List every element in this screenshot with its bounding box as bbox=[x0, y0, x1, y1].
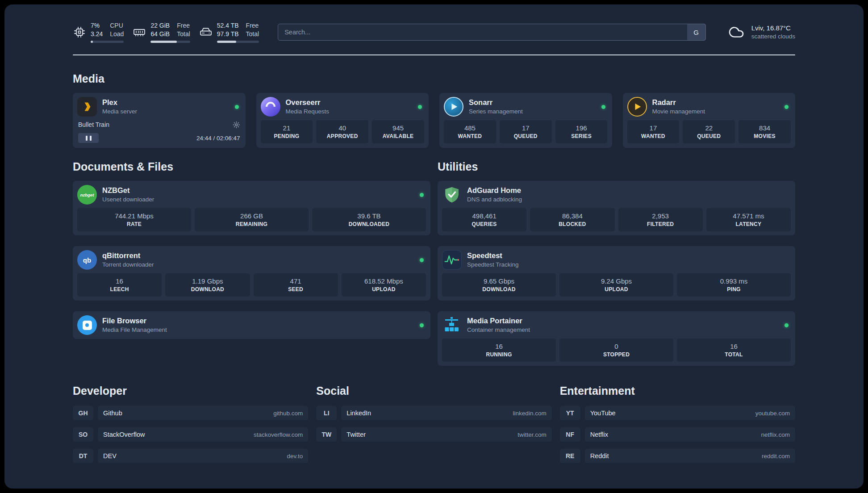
stat-label: APPROVED bbox=[327, 133, 358, 139]
status-dot bbox=[235, 105, 239, 109]
service-card-filebrowser[interactable]: File Browser Media File Management bbox=[73, 311, 430, 339]
service-card-qbittorrent[interactable]: qb qBittorrent Torrent downloader 16LEEC… bbox=[73, 246, 430, 301]
stat-queries: 498,461QUERIES bbox=[442, 208, 526, 231]
stat-value: 21 bbox=[283, 124, 291, 132]
bookmark-name: Reddit bbox=[590, 452, 609, 460]
service-header: nzbget NZBGet Usenet downloader bbox=[77, 185, 426, 205]
search-engine-button[interactable]: G bbox=[687, 24, 706, 41]
stat-label: WANTED bbox=[458, 133, 482, 139]
bookmark-name: Twitter bbox=[346, 431, 366, 438]
stat-remaining: 266 GBREMAINING bbox=[195, 208, 309, 231]
bookmark-youtube[interactable]: YT YouTubeyoutube.com bbox=[560, 406, 795, 420]
bookmark-dev[interactable]: DT DEVdev.to bbox=[73, 449, 308, 463]
memory-usage-fill bbox=[150, 41, 176, 43]
service-card-plex[interactable]: Plex Media server Bullet Train bbox=[73, 93, 246, 148]
disk-usage-bar bbox=[217, 41, 259, 43]
service-card-speedtest[interactable]: Speedtest Speedtest Tracking 9.65 GbpsDO… bbox=[438, 246, 795, 301]
stat-pending: 21PENDING bbox=[261, 120, 313, 143]
bookmark-github[interactable]: GH Githubgithub.com bbox=[73, 406, 308, 420]
service-card-portainer[interactable]: Media Portainer Container management 16R… bbox=[438, 311, 795, 366]
portainer-icon bbox=[442, 315, 462, 335]
stat-label: RATE bbox=[127, 221, 142, 227]
memory-icon bbox=[133, 25, 146, 39]
service-subtitle: DNS and adblocking bbox=[467, 196, 522, 204]
pause-button[interactable] bbox=[78, 133, 99, 143]
stat-label: DOWNLOADED bbox=[349, 221, 390, 227]
bookmark-url: linkedin.com bbox=[513, 410, 547, 417]
stat-label: PING bbox=[727, 286, 741, 292]
stat-label: LATENCY bbox=[735, 221, 761, 227]
stat-latency: 47.571 msLATENCY bbox=[706, 208, 791, 231]
stat-download: 9.65 GbpsDOWNLOAD bbox=[442, 273, 556, 297]
bookmark-abbr: DT bbox=[73, 449, 93, 463]
bookmark-twitter[interactable]: TW Twittertwitter.com bbox=[316, 427, 551, 442]
bookmark-group-title: Social bbox=[316, 384, 551, 398]
service-name: Overseerr bbox=[286, 98, 330, 107]
service-stats: 17WANTED 22QUEUED 834MOVIES bbox=[627, 120, 791, 143]
stat-value: 17 bbox=[650, 124, 657, 132]
search-input[interactable] bbox=[278, 24, 706, 41]
bookmark-netflix[interactable]: NF Netflixnetflix.com bbox=[560, 427, 795, 442]
service-card-adguard[interactable]: AdGuard Home DNS and adblocking 498,461Q… bbox=[438, 181, 795, 235]
stat-label: FILTERED bbox=[647, 221, 674, 227]
service-header: Overseerr Media Requests bbox=[261, 97, 425, 117]
bookmark-stackoverflow[interactable]: SO StackOverflowstackoverflow.com bbox=[73, 427, 308, 442]
nzbget-icon-label: nzbget bbox=[80, 192, 94, 197]
stat-value: 16 bbox=[730, 343, 738, 350]
stat-value: 0 bbox=[614, 343, 618, 350]
now-playing-title: Bullet Train bbox=[78, 121, 109, 128]
status-dot bbox=[785, 105, 789, 109]
service-name: Plex bbox=[102, 98, 137, 107]
nzbget-icon: nzbget bbox=[77, 185, 97, 205]
stat-total: 16TOTAL bbox=[677, 338, 791, 362]
stat-seed: 471SEED bbox=[254, 273, 338, 297]
service-header: Media Portainer Container management bbox=[442, 315, 791, 335]
stat-value: 471 bbox=[290, 277, 301, 285]
service-card-nzbget[interactable]: nzbget NZBGet Usenet downloader 744.21 M… bbox=[73, 181, 430, 235]
service-card-radarr[interactable]: Radarr Movie management 17WANTED 22QUEUE… bbox=[623, 93, 796, 148]
stat-running: 16RUNNING bbox=[442, 338, 556, 362]
stat-downloaded: 39.6 TBDOWNLOADED bbox=[312, 208, 426, 231]
stat-label: RUNNING bbox=[486, 351, 512, 358]
status-dot bbox=[420, 258, 424, 262]
service-name: File Browser bbox=[102, 316, 167, 326]
cpu-icon bbox=[73, 25, 86, 39]
stat-label: TOTAL bbox=[725, 351, 743, 358]
stat-value: 9.65 Gbps bbox=[484, 277, 514, 285]
bookmark-name: LinkedIn bbox=[346, 409, 371, 417]
stat-value: 86,384 bbox=[562, 212, 583, 220]
stat-download: 1.19 GbpsDOWNLOAD bbox=[165, 273, 250, 297]
bookmark-linkedin[interactable]: LI LinkedInlinkedin.com bbox=[316, 406, 551, 420]
bookmark-group-developer: Developer GH Githubgithub.com SO StackOv… bbox=[73, 384, 308, 463]
service-subtitle: Movie management bbox=[652, 108, 705, 116]
stat-queued: 17QUEUED bbox=[500, 120, 552, 143]
stat-label: QUERIES bbox=[472, 221, 497, 227]
service-subtitle: Media File Management bbox=[102, 326, 167, 334]
stat-label: REMAINING bbox=[236, 221, 267, 227]
service-card-overseerr[interactable]: Overseerr Media Requests 21PENDING 40APP… bbox=[256, 93, 429, 148]
stat-filtered: 2,953FILTERED bbox=[618, 208, 703, 231]
adguard-icon bbox=[442, 185, 462, 205]
bookmark-group-title: Developer bbox=[73, 384, 308, 398]
service-stats: 16LEECH 1.19 GbpsDOWNLOAD 471SEED 618.52… bbox=[77, 273, 426, 297]
stat-label: STOPPED bbox=[603, 351, 630, 358]
disk-free: 52.4 TB bbox=[217, 21, 239, 30]
stat-movies: 834MOVIES bbox=[739, 120, 791, 143]
service-header: Plex Media server bbox=[77, 97, 241, 117]
stat-label: AVAILABLE bbox=[383, 133, 414, 139]
bookmark-reddit[interactable]: RE Redditreddit.com bbox=[560, 449, 795, 463]
service-card-sonarr[interactable]: Sonarr Series management 485WANTED 17QUE… bbox=[439, 93, 612, 148]
service-subtitle: Speedtest Tracking bbox=[467, 261, 519, 269]
settings-icon[interactable] bbox=[233, 121, 240, 129]
stat-wanted: 485WANTED bbox=[444, 120, 496, 143]
stat-value: 22 bbox=[705, 124, 713, 132]
stat-value: 9.24 Gbps bbox=[601, 277, 632, 285]
bookmark-name: StackOverflow bbox=[103, 431, 145, 438]
bookmark-name: Netflix bbox=[590, 431, 608, 438]
bookmark-abbr: NF bbox=[560, 427, 580, 442]
memory-widget: 22 GiB 64 GiB Free Total bbox=[133, 21, 190, 43]
stat-label: UPLOAD bbox=[605, 286, 628, 292]
bookmark-url: stackoverflow.com bbox=[254, 431, 303, 438]
memory-free: 22 GiB bbox=[150, 21, 170, 30]
service-header: Sonarr Series management bbox=[444, 97, 608, 117]
